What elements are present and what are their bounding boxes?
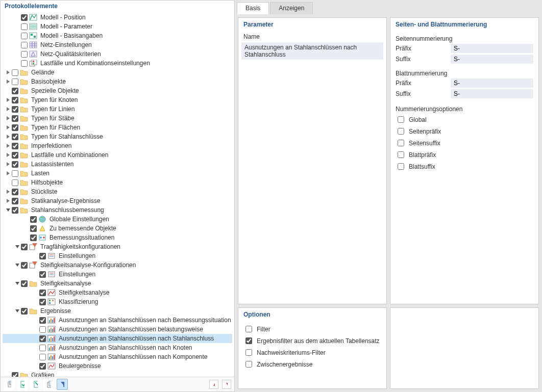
tree-checkbox[interactable] [12, 189, 18, 195]
expander-icon[interactable] [5, 151, 12, 159]
tree-checkbox[interactable] [39, 345, 46, 351]
tree-row[interactable]: Beulergebnisse [3, 361, 232, 371]
move-down-button[interactable] [222, 380, 231, 389]
tree-checkbox[interactable] [39, 354, 46, 360]
expander-icon[interactable] [14, 307, 21, 315]
tree-checkbox[interactable] [21, 51, 28, 58]
tree-checkbox[interactable] [12, 198, 18, 204]
tree-row[interactable]: Globale Einstellungen [3, 215, 232, 224]
tree-checkbox[interactable] [12, 115, 18, 122]
expander-icon[interactable] [5, 96, 12, 103]
tree-row[interactable]: Modell - Basisangaben [3, 31, 232, 40]
tree-row[interactable]: Tragfähigkeitskonfigurationen [3, 242, 232, 251]
tree-checkbox[interactable] [30, 216, 37, 223]
tree-checkbox[interactable] [12, 161, 18, 168]
tree-row[interactable]: Einstellungen [3, 251, 232, 260]
expander-icon[interactable] [14, 262, 21, 269]
tree-checkbox[interactable] [39, 290, 46, 296]
tree-row[interactable]: Typen für Linien [3, 104, 232, 114]
tree-tool-copy[interactable] [43, 379, 55, 390]
tree-checkbox[interactable] [12, 170, 18, 177]
expander-icon[interactable] [14, 243, 21, 250]
tree-row[interactable]: Klassifizierung [3, 297, 232, 306]
option-checkbox[interactable] [245, 326, 252, 332]
option-checkbox[interactable] [245, 361, 252, 368]
tree-row[interactable]: Grafiken [3, 371, 232, 377]
tree-row[interactable]: Steifigkeitsanalyse [3, 288, 232, 297]
expander-icon[interactable] [5, 206, 12, 214]
tree-checkbox[interactable] [39, 253, 46, 259]
tab-anzeigen[interactable]: Anzeigen [270, 2, 313, 14]
tree-checkbox[interactable] [12, 143, 18, 149]
tree-row[interactable]: Lastassistenten [3, 160, 232, 169]
tree-checkbox[interactable] [12, 207, 18, 214]
tree-row[interactable]: Lastfälle und Kombinationseinstellungen [3, 59, 232, 68]
tree-row[interactable]: Typen für Stäbe [3, 114, 232, 123]
expander-icon[interactable] [5, 197, 12, 204]
tree-row[interactable]: Ergebnisse [3, 306, 232, 316]
tree-row[interactable]: Typen für Stahlanschlüsse [3, 132, 232, 141]
expander-icon[interactable] [5, 188, 12, 195]
tree-checkbox[interactable] [12, 106, 18, 113]
expander-icon[interactable] [5, 170, 12, 177]
tree-checkbox[interactable] [12, 124, 18, 131]
tree-row[interactable]: Ausnutzungen an Stahlanschlüssen nach Ko… [3, 352, 232, 361]
tree-checkbox[interactable] [21, 60, 28, 67]
tree-tool-filter[interactable] [57, 379, 68, 390]
expander-icon[interactable] [5, 124, 12, 131]
tree-row[interactable]: Steifigkeitsanalyse-Konfigurationen [3, 260, 232, 270]
tree-row[interactable]: Gelände [3, 68, 232, 77]
tree-tool-check-all[interactable] [17, 379, 28, 390]
tree-row[interactable]: Ausnutzungen an Stahlanschlüssen nach Be… [3, 316, 232, 325]
tree-row[interactable]: Statikanalyse-Ergebnisse [3, 196, 232, 205]
tree-row[interactable]: Bemessungssituationen [3, 233, 232, 242]
expander-icon[interactable] [5, 106, 12, 113]
tree-row[interactable]: Stahlanschlussbemessung [3, 205, 232, 215]
tab-basis[interactable]: Basis [237, 2, 269, 14]
expander-icon[interactable] [5, 78, 12, 85]
tree-checkbox[interactable] [12, 97, 18, 103]
tree-checkbox[interactable] [21, 308, 28, 315]
tree-checkbox[interactable] [30, 234, 37, 241]
tree-row[interactable]: Typen für Knoten [3, 95, 232, 104]
sheet-prefix-input[interactable] [451, 79, 533, 88]
numbering-option-checkbox[interactable] [398, 140, 404, 146]
tree-checkbox[interactable] [39, 271, 46, 278]
tree-row[interactable]: Lasten [3, 169, 232, 178]
tree-checkbox[interactable] [21, 262, 28, 269]
tree-row[interactable]: Ausnutzungen an Stahlanschlüssen belastu… [3, 325, 232, 334]
tree-checkbox[interactable] [39, 335, 46, 342]
tree-checkbox[interactable] [21, 33, 28, 39]
tree-row[interactable]: Imperfektionen [3, 141, 232, 150]
tree-checkbox[interactable] [30, 225, 37, 232]
sheet-suffix-input[interactable] [451, 89, 533, 98]
numbering-option-checkbox[interactable] [398, 128, 404, 135]
tree-row[interactable]: Netz-Qualitätskriterien [3, 49, 232, 59]
tree-checkbox[interactable] [12, 134, 18, 140]
tree-checkbox[interactable] [21, 280, 28, 287]
tree-row[interactable]: Ausnutzungen an Stahlanschlüssen nach Kn… [3, 343, 232, 352]
numbering-option-checkbox[interactable] [398, 116, 404, 123]
numbering-option-checkbox[interactable] [398, 151, 404, 158]
page-prefix-input[interactable] [451, 44, 533, 53]
tree-row[interactable]: Hilfsobjekte [3, 178, 232, 187]
expander-icon[interactable] [5, 115, 12, 122]
tree-row[interactable]: Modell - Parameter [3, 22, 232, 31]
expander-icon[interactable] [5, 69, 12, 76]
tree-row[interactable]: Typen für Flächen [3, 123, 232, 132]
expander-icon[interactable] [5, 133, 12, 140]
tree-row[interactable]: Lastfälle und Kombinationen [3, 150, 232, 160]
tree-row[interactable]: Spezielle Objekte [3, 86, 232, 95]
option-checkbox[interactable] [245, 349, 252, 356]
parameter-name-value[interactable]: Ausnutzungen an Stahlanschlüssen nach St… [241, 42, 383, 60]
tree-row[interactable]: Netz-Einstellungen [3, 40, 232, 49]
tree-checkbox[interactable] [39, 326, 46, 333]
tree-checkbox[interactable] [12, 79, 18, 85]
tree-checkbox[interactable] [12, 88, 18, 94]
tree-checkbox[interactable] [12, 372, 18, 377]
tree-tool-paste[interactable] [4, 379, 15, 390]
tree-checkbox[interactable] [21, 42, 28, 48]
tree-checkbox[interactable] [39, 317, 46, 324]
tree-checkbox[interactable] [12, 152, 18, 159]
page-suffix-input[interactable] [451, 55, 533, 64]
